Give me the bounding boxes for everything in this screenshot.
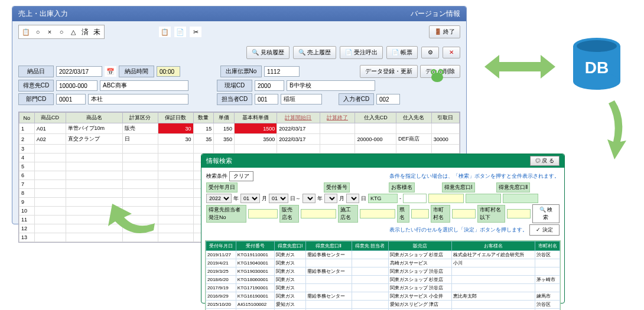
slip-no-field[interactable]: 1112 xyxy=(264,66,300,77)
grid-header[interactable]: 仕入先CD xyxy=(355,113,396,123)
stamp-o-icon[interactable]: ○ xyxy=(56,27,67,37)
entry-cd-field[interactable]: 002 xyxy=(376,94,400,105)
grid-header[interactable]: 計算開始日 xyxy=(277,113,320,123)
cut-icon[interactable]: ✂ xyxy=(190,27,201,37)
search-grid-header[interactable]: 販売店 xyxy=(388,242,451,251)
day2-select[interactable] xyxy=(346,194,359,203)
estimate-history-button[interactable]: 見積履歴 xyxy=(246,46,290,59)
grid-header[interactable]: 保証日数 xyxy=(158,113,193,123)
stamp-x-icon[interactable]: × xyxy=(44,27,56,37)
search-result-row[interactable]: 2015/10/20AIG15100002愛知ガス愛知ガスリビング 津店渋谷区 xyxy=(206,301,560,309)
search-result-row[interactable]: 2016/9/29KTG16190001関東ガス需給事務センター関東ガスサービス… xyxy=(206,292,560,301)
close-button[interactable] xyxy=(443,47,460,58)
grid-header[interactable]: No xyxy=(19,113,35,123)
grid-header[interactable]: 数量 xyxy=(193,113,214,123)
grid-header[interactable]: 単価 xyxy=(214,113,235,123)
month-select[interactable]: 01 xyxy=(240,194,260,203)
report-button[interactable]: 帳票 xyxy=(386,46,418,59)
window2-label: 得意先窓口Ⅱ xyxy=(496,182,530,192)
search-grid-header[interactable]: 得意先窓口Ⅱ xyxy=(305,242,352,251)
sales-history-button[interactable]: 売上履歴 xyxy=(293,46,336,59)
cust-name-input[interactable] xyxy=(428,194,464,203)
title-bar: 売上・出庫入力 バージョン情報 xyxy=(12,6,466,21)
window2-input[interactable] xyxy=(503,194,538,203)
day-select[interactable]: 01 xyxy=(269,194,288,203)
delivery-time-label: 納品時間 xyxy=(119,66,154,77)
grid-header[interactable]: 基本料単価 xyxy=(235,113,277,123)
year-select[interactable]: 2022 xyxy=(206,194,232,203)
search-grid-header[interactable]: 得意先 担当者 xyxy=(352,242,388,251)
back-button[interactable]: ◎ 戻 る xyxy=(530,156,560,166)
city-label: 市町村名 xyxy=(431,205,451,223)
clear-button[interactable]: クリア xyxy=(229,171,253,181)
search-hint: 条件を指定しない場合は、「検索」ボタンを押すと全件表示されます。 xyxy=(389,172,560,180)
search-result-grid[interactable]: 受付年月日受付番号得意先窓口Ⅰ得意先窓口Ⅱ得意先 担当者販売店お客様名市町村名 … xyxy=(205,240,561,310)
grid-header[interactable]: 計算終了 xyxy=(320,113,355,123)
stamp-doc-icon[interactable]: 📋 xyxy=(20,27,32,37)
stamp-mi[interactable]: 未 xyxy=(91,27,103,37)
search-button[interactable]: 🔍 検 索 xyxy=(532,204,560,223)
search-grid-header[interactable]: お客様名 xyxy=(452,242,535,251)
svg-text:DB: DB xyxy=(585,58,609,77)
window-title: 売上・出庫入力 xyxy=(18,9,68,19)
customer-cd-field[interactable]: 10000-000 xyxy=(56,80,97,91)
search-grid-header[interactable]: 得意先窓口Ⅰ xyxy=(274,242,305,251)
delivery-date-field[interactable]: 2022/03/17 xyxy=(56,66,102,77)
order-no-input[interactable] xyxy=(248,209,278,218)
grid-header[interactable]: 計算区分 xyxy=(123,113,158,123)
window1-input[interactable] xyxy=(466,194,501,203)
search-result-row[interactable]: 2019/11/27KTG19110001関東ガス需給事務センター関東ガスショッ… xyxy=(206,251,560,259)
copy-icon[interactable]: 📋 xyxy=(159,27,171,37)
exit-button[interactable]: 終了 xyxy=(429,25,460,38)
entry-cd-label: 入力者CD xyxy=(339,93,374,105)
year2-select[interactable] xyxy=(303,194,316,203)
table-row[interactable]: 2A02直交クランプ日303535035002022/03/1720000-00… xyxy=(19,134,460,145)
grid-header[interactable]: 引取日 xyxy=(431,113,459,123)
stamp-triangle-icon[interactable]: △ xyxy=(67,27,79,37)
svg-point-5 xyxy=(433,71,434,73)
database-icon: DB xyxy=(567,35,626,94)
city-like-input[interactable] xyxy=(507,209,531,218)
frog-mascot-icon xyxy=(428,67,446,83)
sales-input[interactable] xyxy=(301,209,336,218)
dept-cd-field[interactable]: 0001 xyxy=(56,94,86,105)
const-input[interactable] xyxy=(360,209,395,218)
stamp-sumi[interactable]: 済 xyxy=(79,27,91,37)
calendar-icon[interactable]: 📅 xyxy=(105,66,116,77)
search-result-row[interactable]: 2019/3/25KTG19030001関東ガス需給事務センター関東ガスショップ… xyxy=(206,267,560,276)
search-grid-header[interactable]: 受付年月日 xyxy=(206,242,236,251)
recv-no-input2[interactable] xyxy=(403,194,427,203)
site-cd-field[interactable]: 2000 xyxy=(255,80,284,91)
delivery-date-label: 納品日 xyxy=(18,66,54,77)
search-grid-header[interactable]: 受付番号 xyxy=(236,242,274,251)
pref-input[interactable] xyxy=(411,209,429,218)
data-register-button[interactable]: データ登録・更新 xyxy=(360,65,418,78)
order-recall-button[interactable]: 受注呼出 xyxy=(340,46,383,59)
table-row[interactable]: 1A01単管パイプ10m販売301515015002022/03/17 xyxy=(19,123,460,134)
search-result-row[interactable]: 2017/9/19KTG17190001関東ガス関東ガスショップ 渋谷店 xyxy=(206,284,560,292)
city-input[interactable] xyxy=(452,209,476,218)
action-toolbar: 見積履歴 売上履歴 受注呼出 帳票 xyxy=(12,43,466,63)
gear-icon xyxy=(427,49,434,56)
delivery-time-field[interactable]: 00:00 xyxy=(157,66,180,77)
close-icon xyxy=(448,49,455,56)
grid-header[interactable]: 仕入先名 xyxy=(396,113,431,123)
decide-button[interactable]: ✓ 決定 xyxy=(529,224,560,236)
search-grid-header[interactable]: 市町村名 xyxy=(535,242,560,251)
search-result-row[interactable]: 2018/6/20KTG18060001関東ガス関東ガスショップ 杉並店茅ヶ崎市 xyxy=(206,276,560,284)
curved-arrow-down-icon xyxy=(591,100,632,165)
stamp-circle-icon[interactable]: ○ xyxy=(32,27,44,37)
version-link[interactable]: バージョン情報 xyxy=(411,9,460,19)
recv-no-input[interactable] xyxy=(368,194,398,203)
settings-button[interactable] xyxy=(421,47,439,58)
stamp-toolbar: 📋 ○ × ○ △ 済 未 xyxy=(18,25,105,39)
paste-icon[interactable]: 📄 xyxy=(174,27,186,37)
staff-cd-field[interactable]: 001 xyxy=(255,94,278,105)
month2-select[interactable] xyxy=(324,194,337,203)
table-row[interactable]: 3 xyxy=(19,145,460,154)
search-title-bar: 情報検索 ◎ 戻 る xyxy=(201,154,564,168)
grid-header[interactable]: 商品CD xyxy=(34,113,66,123)
grid-header[interactable]: 商品名 xyxy=(66,113,123,123)
const-label: 施工店名 xyxy=(338,205,358,223)
search-result-row[interactable]: 2019/4/21KTG19040001関東ガス高崎ガスサービス小川 xyxy=(206,259,560,267)
